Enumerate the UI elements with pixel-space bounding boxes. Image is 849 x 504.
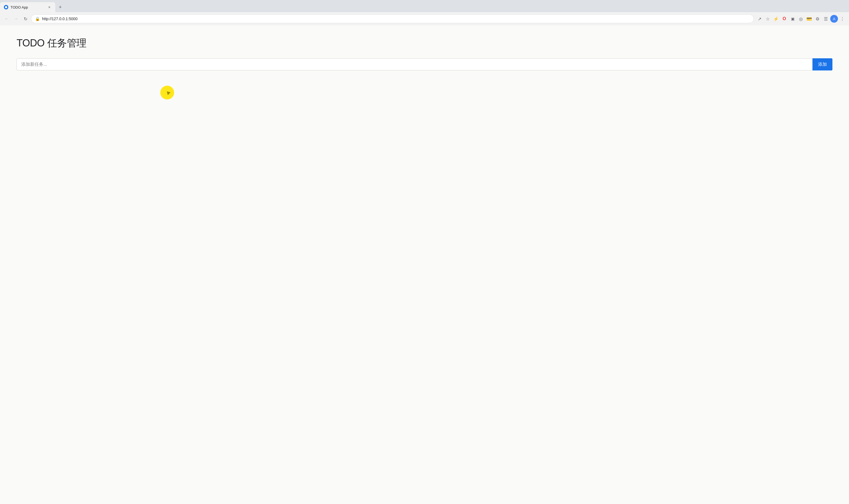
opera-icon[interactable]: O: [780, 15, 788, 23]
toolbar-actions: ↗ ☆ ⚡ O ▣ ◎ 💳 ⚙ ☰ A ⋮: [756, 15, 846, 23]
extensions2-icon[interactable]: ⚙: [814, 15, 821, 23]
refresh-button[interactable]: ↻: [21, 15, 29, 23]
tab-favicon: [4, 5, 8, 10]
wallet-icon[interactable]: 💳: [805, 15, 813, 23]
browser-chrome: TODO App ✕ + ← → ↻ 🔒 http://127.0.0.1:50…: [0, 0, 849, 25]
profile-icon[interactable]: A: [830, 15, 838, 23]
todo-input[interactable]: [17, 58, 813, 70]
chrome-icon[interactable]: ▣: [789, 15, 796, 23]
lock-icon: 🔒: [35, 17, 40, 21]
add-button[interactable]: 添加: [813, 58, 832, 70]
browser-toolbar: ← → ↻ 🔒 http://127.0.0.1:5000 ↗ ☆ ⚡ O ▣ …: [0, 12, 849, 25]
back-icon: ←: [4, 16, 9, 21]
share-icon[interactable]: ↗: [756, 15, 763, 23]
page-content: TODO 任务管理 添加: [0, 25, 849, 504]
add-todo-row: 添加: [17, 58, 832, 70]
new-tab-button[interactable]: +: [56, 3, 64, 11]
opera-icon2[interactable]: ◎: [797, 15, 805, 23]
address-bar[interactable]: 🔒 http://127.0.0.1:5000: [31, 14, 754, 23]
menu-icon[interactable]: ⋮: [838, 15, 846, 23]
address-text: http://127.0.0.1:5000: [42, 17, 750, 21]
active-tab[interactable]: TODO App ✕: [0, 2, 55, 12]
refresh-icon: ↻: [24, 16, 28, 21]
bookmark-icon[interactable]: ☆: [764, 15, 772, 23]
tab-close-button[interactable]: ✕: [47, 5, 51, 10]
sidebar-toggle[interactable]: ☰: [822, 15, 830, 23]
forward-icon: →: [14, 16, 18, 21]
forward-button[interactable]: →: [12, 15, 20, 23]
tab-bar: TODO App ✕ +: [0, 0, 849, 12]
extensions-icon[interactable]: ⚡: [772, 15, 780, 23]
page-title: TODO 任务管理: [17, 36, 832, 50]
tab-title: TODO App: [11, 5, 45, 10]
back-button[interactable]: ←: [3, 15, 11, 23]
